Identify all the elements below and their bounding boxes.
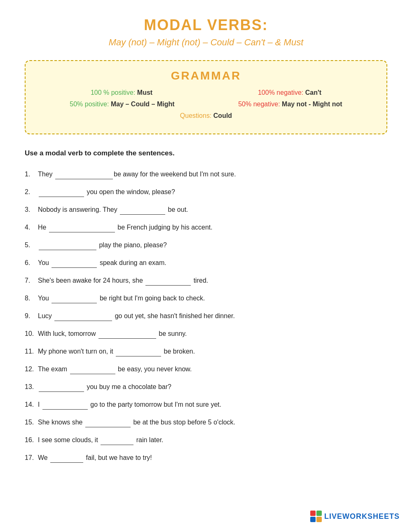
exercise-number-14: 14. — [25, 400, 38, 410]
exercise-number-13: 13. — [25, 382, 38, 392]
blank-1[interactable] — [55, 169, 113, 179]
exercise-item-12: 12. The exam be easy, you never know. — [25, 364, 387, 374]
grammar-50-positive-value: May – Could – Might — [111, 101, 175, 108]
blank-2[interactable] — [39, 187, 84, 197]
grammar-questions-label: Questions: — [180, 112, 213, 119]
exercise-item-10: 10. With luck, tomorrow be sunny. — [25, 328, 387, 339]
page-subtitle: May (not) – Might (not) – Could – Can't … — [25, 37, 387, 48]
exercise-number-1: 1. — [25, 169, 38, 179]
logo-sq-tr — [316, 511, 322, 516]
grammar-questions: Questions: Could — [180, 112, 232, 120]
exercise-text-6: You speak during an exam. — [38, 258, 387, 268]
exercise-text-4: He be French judging by his accent. — [38, 222, 387, 232]
footer: LIVEWORKSHEETS — [310, 511, 400, 522]
footer-logo-text: LIVEWORKSHEETS — [324, 512, 400, 521]
grammar-50-negative-value: May not - Might not — [282, 101, 342, 108]
exercise-item-1: 1. They be away for the weekend but I'm … — [25, 169, 387, 179]
instruction-text: Use a modal verb to complete the sentenc… — [25, 149, 387, 157]
exercise-item-13: 13. you buy me a chocolate bar? — [25, 382, 387, 392]
exercise-item-17: 17. We fail, but we have to try! — [25, 452, 387, 463]
exercise-item-5: 5. play the piano, please? — [25, 240, 387, 250]
exercise-item-6: 6. You speak during an exam. — [25, 258, 387, 268]
blank-9[interactable] — [54, 311, 112, 321]
exercise-item-14: 14. I go to the party tomorrow but I'm n… — [25, 399, 387, 410]
exercise-text-12: The exam be easy, you never know. — [38, 364, 387, 374]
blank-11[interactable] — [116, 346, 161, 356]
blank-17[interactable] — [50, 452, 83, 463]
exercise-number-16: 16. — [25, 435, 38, 445]
blank-14[interactable] — [42, 399, 88, 410]
exercise-number-12: 12. — [25, 364, 38, 374]
exercise-text-17: We fail, but we have to try! — [38, 452, 387, 463]
grammar-row-1: 100 % positive: Must 100% negative: Can'… — [38, 89, 374, 96]
exercise-number-17: 17. — [25, 453, 38, 463]
exercise-number-11: 11. — [25, 347, 38, 356]
exercise-number-2: 2. — [25, 187, 38, 197]
grammar-box: GRAMMAR 100 % positive: Must 100% negati… — [25, 60, 387, 134]
blank-13[interactable] — [39, 382, 84, 392]
exercise-item-16: 16. I see some clouds, it rain later. — [25, 435, 387, 445]
exercise-item-11: 11. My phone won't turn on, it be broken… — [25, 346, 387, 356]
exercise-text-5: play the piano, please? — [38, 240, 387, 250]
blank-10[interactable] — [98, 328, 156, 339]
exercise-text-10: With luck, tomorrow be sunny. — [38, 328, 387, 339]
exercise-text-2: you open the window, please? — [38, 187, 387, 197]
exercise-number-5: 5. — [25, 240, 38, 250]
blank-6[interactable] — [52, 258, 97, 268]
exercise-item-9: 9. Lucy go out yet, she hasn't finished … — [25, 311, 387, 321]
exercise-text-8: You be right but I'm going back to check… — [38, 293, 387, 303]
logo-sq-br — [316, 517, 322, 522]
grammar-questions-value: Could — [213, 112, 232, 119]
grammar-100-negative-value: Can't — [305, 89, 321, 96]
exercise-text-9: Lucy go out yet, she hasn't finished her… — [38, 311, 387, 321]
blank-12[interactable] — [70, 364, 115, 374]
exercise-number-8: 8. — [25, 293, 38, 303]
grammar-100-positive-value: Must — [137, 89, 152, 96]
grammar-50-negative: 50% negative: May not - Might not — [238, 101, 342, 108]
grammar-50-positive-label: 50% positive: — [70, 101, 111, 108]
exercises-list: 1. They be away for the weekend but I'm … — [25, 169, 387, 463]
exercise-item-2: 2. you open the window, please? — [25, 187, 387, 197]
exercise-number-3: 3. — [25, 205, 38, 215]
blank-4[interactable] — [49, 222, 115, 232]
grammar-100-negative: 100% negative: Can't — [258, 89, 321, 96]
blank-5[interactable] — [39, 240, 96, 250]
grammar-100-positive: 100 % positive: Must — [91, 89, 152, 96]
exercise-number-4: 4. — [25, 223, 38, 232]
exercise-text-14: I go to the party tomorrow but I'm not s… — [38, 399, 387, 410]
logo-sq-tl — [310, 511, 316, 516]
blank-3[interactable] — [120, 204, 165, 215]
logo-sq-bl — [310, 517, 316, 522]
exercise-text-16: I see some clouds, it rain later. — [38, 435, 387, 445]
exercise-number-6: 6. — [25, 258, 38, 268]
exercise-item-15: 15. She knows she be at the bus stop bef… — [25, 417, 387, 427]
blank-7[interactable] — [145, 275, 191, 286]
exercise-item-7: 7. She's been awake for 24 hours, she ti… — [25, 275, 387, 286]
exercise-item-4: 4. He be French judging by his accent. — [25, 222, 387, 232]
grammar-100-negative-label: 100% negative: — [258, 89, 305, 96]
exercise-text-3: Nobody is answering. They be out. — [38, 204, 387, 215]
exercise-number-7: 7. — [25, 276, 38, 286]
exercise-text-1: They be away for the weekend but I'm not… — [38, 169, 387, 179]
exercise-text-13: you buy me a chocolate bar? — [38, 382, 387, 392]
exercise-number-9: 9. — [25, 311, 38, 321]
site-logo[interactable]: LIVEWORKSHEETS — [310, 511, 400, 522]
exercise-text-7: She's been awake for 24 hours, she tired… — [38, 275, 387, 286]
grammar-title: GRAMMAR — [38, 69, 374, 82]
grammar-100-positive-label: 100 % positive: — [91, 89, 137, 96]
exercise-item-3: 3. Nobody is answering. They be out. — [25, 204, 387, 215]
exercise-text-11: My phone won't turn on, it be broken. — [38, 346, 387, 356]
blank-16[interactable] — [101, 435, 133, 445]
exercise-number-15: 15. — [25, 417, 38, 427]
exercise-text-15: She knows she be at the bus stop before … — [38, 417, 387, 427]
blank-8[interactable] — [52, 293, 97, 303]
exercise-number-10: 10. — [25, 329, 38, 339]
page-title: MODAL VERBS: — [25, 16, 387, 34]
grammar-50-negative-label: 50% negative: — [238, 101, 282, 108]
grammar-questions-row: Questions: Could — [38, 112, 374, 120]
logo-icon — [310, 511, 322, 522]
grammar-row-2: 50% positive: May – Could – Might 50% ne… — [38, 101, 374, 108]
blank-15[interactable] — [85, 417, 131, 427]
exercise-item-8: 8. You be right but I'm going back to ch… — [25, 293, 387, 303]
grammar-50-positive: 50% positive: May – Could – Might — [70, 101, 174, 108]
